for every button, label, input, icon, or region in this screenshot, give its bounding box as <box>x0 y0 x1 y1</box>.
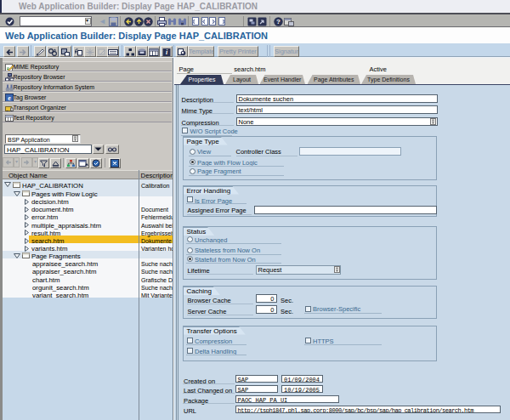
svg-text:?: ? <box>276 18 280 26</box>
